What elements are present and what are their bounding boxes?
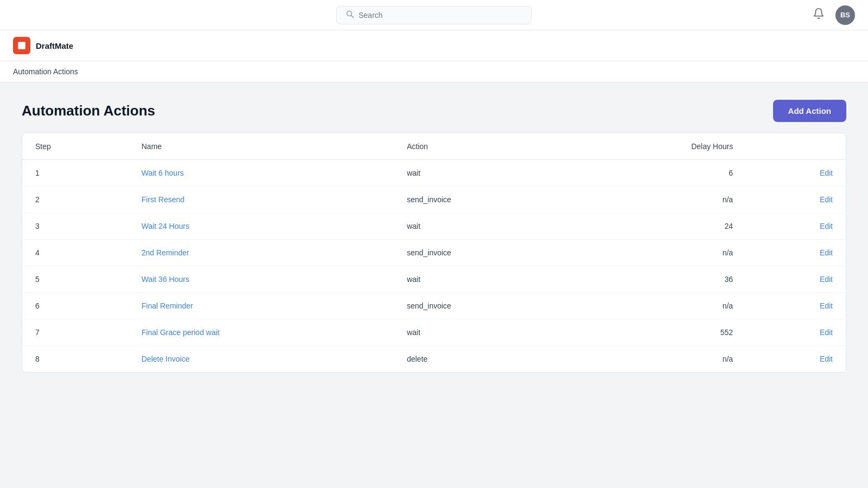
cell-delay-hours-4: 36: [573, 266, 746, 293]
add-action-button[interactable]: Add Action: [773, 100, 846, 122]
search-input[interactable]: [359, 11, 522, 20]
cell-step-3: 4: [22, 240, 129, 266]
table-row: 1 Wait 6 hours wait 6 Edit: [22, 160, 846, 187]
cell-action-3: send_invoice: [394, 240, 573, 266]
cell-name-7[interactable]: Delete Invoice: [129, 346, 394, 373]
col-header-action: Action: [394, 133, 573, 160]
cell-name-4[interactable]: Wait 36 Hours: [129, 266, 394, 293]
automation-actions-table: Step Name Action Delay Hours 1 Wait 6 ho…: [22, 133, 846, 373]
cell-edit-2[interactable]: Edit: [746, 213, 846, 240]
avatar[interactable]: BS: [835, 5, 855, 25]
cell-edit-6[interactable]: Edit: [746, 319, 846, 346]
cell-step-1: 2: [22, 187, 129, 213]
brand-name: DraftMate: [36, 41, 73, 50]
cell-edit-0[interactable]: Edit: [746, 160, 846, 187]
cell-action-4: wait: [394, 266, 573, 293]
cell-name-1[interactable]: First Resend: [129, 187, 394, 213]
cell-step-4: 5: [22, 266, 129, 293]
table-row: 5 Wait 36 Hours wait 36 Edit: [22, 266, 846, 293]
cell-action-7: delete: [394, 346, 573, 373]
cell-edit-3[interactable]: Edit: [746, 240, 846, 266]
cell-edit-1[interactable]: Edit: [746, 187, 846, 213]
brand-logo: [13, 37, 30, 54]
breadcrumb: Automation Actions: [13, 67, 78, 76]
breadcrumb-bar: Automation Actions: [0, 61, 868, 82]
col-header-delay-hours: Delay Hours: [573, 133, 746, 160]
cell-edit-5[interactable]: Edit: [746, 293, 846, 319]
cell-step-2: 3: [22, 213, 129, 240]
cell-edit-7[interactable]: Edit: [746, 346, 846, 373]
table-row: 6 Final Reminder send_invoice n/a Edit: [22, 293, 846, 319]
cell-action-0: wait: [394, 160, 573, 187]
table-header-row: Step Name Action Delay Hours: [22, 133, 846, 160]
brand-bar: DraftMate: [0, 30, 868, 61]
table-row: 4 2nd Reminder send_invoice n/a Edit: [22, 240, 846, 266]
cell-step-0: 1: [22, 160, 129, 187]
notification-bell-button[interactable]: [810, 5, 827, 24]
cell-step-7: 8: [22, 346, 129, 373]
col-header-edit: [746, 133, 846, 160]
cell-edit-4[interactable]: Edit: [746, 266, 846, 293]
section-header: Automation Actions Add Action: [22, 100, 846, 122]
cell-action-6: wait: [394, 319, 573, 346]
cell-delay-hours-1: n/a: [573, 187, 746, 213]
top-nav: BS: [0, 0, 868, 30]
col-header-name: Name: [129, 133, 394, 160]
table-row: 2 First Resend send_invoice n/a Edit: [22, 187, 846, 213]
col-header-step: Step: [22, 133, 129, 160]
page-title: Automation Actions: [22, 102, 155, 119]
cell-delay-hours-3: n/a: [573, 240, 746, 266]
search-bar: [336, 6, 532, 24]
top-nav-right: BS: [810, 5, 855, 25]
cell-delay-hours-6: 552: [573, 319, 746, 346]
cell-name-3[interactable]: 2nd Reminder: [129, 240, 394, 266]
cell-name-0[interactable]: Wait 6 hours: [129, 160, 394, 187]
cell-action-2: wait: [394, 213, 573, 240]
cell-action-1: send_invoice: [394, 187, 573, 213]
cell-delay-hours-5: n/a: [573, 293, 746, 319]
table-row: 8 Delete Invoice delete n/a Edit: [22, 346, 846, 373]
cell-name-2[interactable]: Wait 24 Hours: [129, 213, 394, 240]
cell-delay-hours-7: n/a: [573, 346, 746, 373]
cell-delay-hours-2: 24: [573, 213, 746, 240]
search-icon: [346, 10, 354, 21]
cell-name-5[interactable]: Final Reminder: [129, 293, 394, 319]
cell-action-5: send_invoice: [394, 293, 573, 319]
table-row: 7 Final Grace period wait wait 552 Edit: [22, 319, 846, 346]
cell-step-6: 7: [22, 319, 129, 346]
cell-step-5: 6: [22, 293, 129, 319]
cell-delay-hours-0: 6: [573, 160, 746, 187]
svg-line-1: [351, 15, 353, 17]
main-content: Automation Actions Add Action Step Name …: [0, 82, 868, 390]
table-row: 3 Wait 24 Hours wait 24 Edit: [22, 213, 846, 240]
cell-name-6[interactable]: Final Grace period wait: [129, 319, 394, 346]
